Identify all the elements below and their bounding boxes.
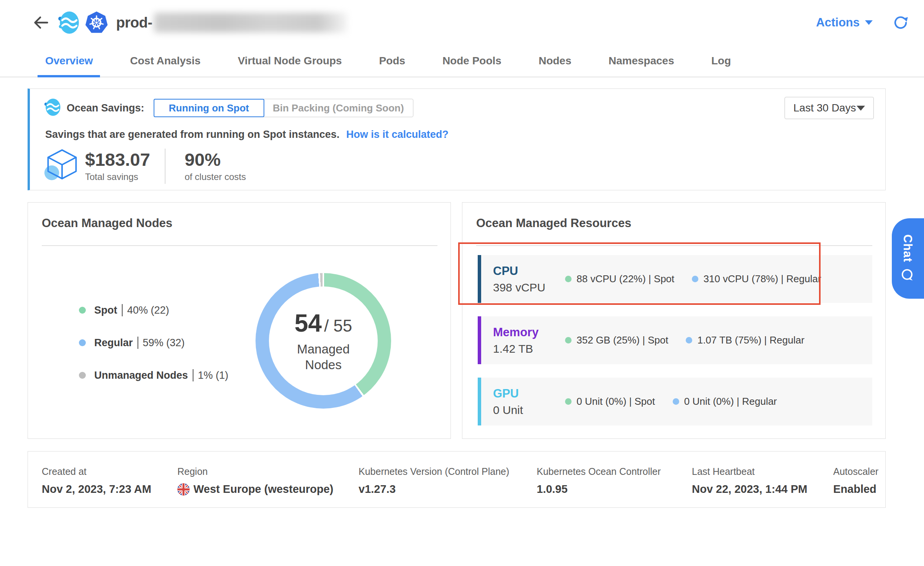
- tab-virtual-node-groups[interactable]: Virtual Node Groups: [238, 45, 342, 77]
- ocean-savings-icon: [43, 98, 61, 118]
- resource-row-gpu: GPU 0 Unit 0 Unit (0%) | Spot 0 Unit (0%…: [478, 378, 872, 425]
- last-heartbeat-column: Last Heartbeat Nov 22, 2023, 1:44 PM: [692, 466, 807, 496]
- memory-spot-stat: 352 GB (25%) | Spot: [565, 334, 668, 346]
- chat-bubble-icon: [900, 268, 915, 283]
- donut-center: 54 / 55 Managed Nodes: [269, 286, 378, 395]
- percent-of-costs-value: 90%: [185, 150, 246, 168]
- spot-dot-icon: [565, 276, 572, 282]
- managed-count: 54: [295, 309, 322, 337]
- regular-dot-icon: [686, 337, 692, 344]
- legend-item-spot: Spot 40% (22): [79, 303, 228, 317]
- total-savings-caption: Total savings: [85, 172, 150, 182]
- donut-caption: Managed Nodes: [287, 341, 360, 373]
- ocean-savings-label: Ocean Savings:: [67, 102, 144, 114]
- total-savings-metric: $183.07 Total savings: [85, 150, 150, 182]
- cpu-accent-bar: [478, 255, 481, 303]
- cpu-regular-stat: 310 vCPU (78%) | Regular: [692, 273, 821, 285]
- created-at-column: Created at Nov 2, 2023, 7:23 AM: [42, 466, 151, 496]
- tab-cost-analysis[interactable]: Cost Analysis: [130, 45, 201, 77]
- regular-dot-icon: [692, 276, 698, 282]
- tab-log[interactable]: Log: [711, 45, 731, 77]
- region-column: Region West Europe (westeurope): [177, 466, 333, 496]
- memory-regular-stat: 1.07 TB (75%) | Regular: [686, 334, 804, 346]
- refresh-button[interactable]: [893, 15, 909, 31]
- legend-separator: [193, 369, 193, 381]
- regular-dot-icon: [79, 339, 86, 346]
- chevron-down-icon: [857, 106, 865, 111]
- total-savings-value: $183.07: [85, 150, 150, 168]
- managed-nodes-donut-chart: 54 / 55 Managed Nodes: [256, 273, 391, 409]
- gpu-total: 0 Unit: [493, 404, 565, 417]
- ocean-managed-nodes-panel: Ocean Managed Nodes Spot 40% (22) Regula…: [28, 202, 451, 439]
- total-count: / 55: [324, 316, 352, 335]
- spot-dot-icon: [565, 398, 572, 405]
- chat-button[interactable]: Chat: [892, 218, 924, 299]
- chevron-down-icon: [865, 20, 873, 25]
- autoscaler-column: Autoscaler Enabled: [833, 466, 878, 496]
- actions-button-label: Actions: [816, 16, 860, 29]
- legend-name: Regular: [94, 337, 133, 349]
- cluster-title: prod-: [116, 15, 152, 31]
- kubernetes-icon: [85, 11, 108, 34]
- metric-divider: [165, 149, 165, 184]
- period-dropdown-value: Last 30 Days: [793, 102, 856, 114]
- cpu-spot-stat: 88 vCPU (22%) | Spot: [565, 273, 674, 285]
- managed-nodes-title: Ocean Managed Nodes: [42, 216, 172, 230]
- bin-packing-toggle[interactable]: Bin Packing (Coming Soon): [263, 99, 413, 117]
- gpu-label: GPU: [493, 387, 565, 401]
- ocean-managed-resources-panel: Ocean Managed Resources CPU 398 vCPU 88 …: [462, 202, 886, 439]
- spot-dot-icon: [79, 307, 86, 314]
- running-on-spot-toggle[interactable]: Running on Spot: [154, 99, 264, 117]
- cluster-info-bar: Created at Nov 2, 2023, 7:23 AM Region W…: [28, 451, 886, 508]
- gpu-spot-stat: 0 Unit (0%) | Spot: [565, 396, 655, 407]
- page: prod- Actions Overview Cost Analysis Vir…: [0, 0, 924, 566]
- k8s-version-column: Kubernetes Version (Control Plane) v1.27…: [359, 466, 509, 496]
- memory-total: 1.42 TB: [493, 342, 565, 355]
- tab-bar: Overview Cost Analysis Virtual Node Grou…: [0, 45, 924, 77]
- legend-separator: [122, 304, 123, 316]
- tab-namespaces[interactable]: Namespaces: [608, 45, 674, 77]
- period-dropdown[interactable]: Last 30 Days: [785, 97, 874, 119]
- actions-button[interactable]: Actions: [816, 16, 873, 29]
- resource-row-memory: Memory 1.42 TB 352 GB (25%) | Spot 1.07 …: [478, 316, 872, 364]
- percent-of-costs-metric: 90% of cluster costs: [185, 150, 246, 182]
- divider: [476, 245, 872, 246]
- gpu-regular-stat: 0 Unit (0%) | Regular: [673, 396, 777, 407]
- tab-node-pools[interactable]: Node Pools: [442, 45, 501, 77]
- redacted-cluster-name: [154, 13, 347, 33]
- legend-separator: [138, 337, 138, 349]
- back-button[interactable]: [33, 13, 51, 32]
- ocean-product-icon: [56, 11, 80, 34]
- legend-value: 59% (32): [143, 337, 185, 349]
- ocean-savings-panel: Ocean Savings: Running on Spot Bin Packi…: [28, 88, 886, 190]
- back-arrow-icon: [33, 14, 49, 31]
- divider: [42, 245, 437, 246]
- spot-dot-icon: [565, 337, 572, 344]
- uk-flag-icon: [177, 483, 190, 496]
- memory-label: Memory: [493, 326, 565, 339]
- legend-value: 40% (22): [127, 304, 169, 316]
- cpu-total: 398 vCPU: [493, 281, 565, 294]
- tab-overview[interactable]: Overview: [45, 45, 93, 77]
- legend-item-unmanaged: Unmanaged Nodes 1% (1): [79, 368, 228, 383]
- managed-resources-title: Ocean Managed Resources: [476, 216, 631, 230]
- savings-description-row: Savings that are generated from running …: [45, 129, 449, 141]
- legend-name: Unmanaged Nodes: [94, 370, 188, 381]
- resource-row-cpu: CPU 398 vCPU 88 vCPU (22%) | Spot 310 vC…: [478, 255, 872, 303]
- how-calculated-link[interactable]: How is it calculated?: [346, 129, 449, 140]
- memory-accent-bar: [478, 316, 481, 364]
- percent-of-costs-caption: of cluster costs: [185, 172, 246, 182]
- regular-dot-icon: [673, 398, 679, 405]
- savings-metrics-row: $183.07 Total savings 90% of cluster cos…: [44, 147, 246, 185]
- savings-description: Savings that are generated from running …: [45, 129, 339, 140]
- tab-pods[interactable]: Pods: [379, 45, 405, 77]
- savings-header-row: Ocean Savings: Running on Spot Bin Packi…: [43, 96, 874, 120]
- refresh-icon: [893, 15, 909, 31]
- cpu-label: CPU: [493, 264, 565, 278]
- legend-value: 1% (1): [198, 370, 229, 381]
- tab-nodes[interactable]: Nodes: [539, 45, 572, 77]
- top-bar-actions: Actions: [816, 15, 909, 31]
- top-bar: prod- Actions: [0, 0, 924, 45]
- resource-rows: CPU 398 vCPU 88 vCPU (22%) | Spot 310 vC…: [478, 255, 872, 439]
- unmanaged-dot-icon: [79, 372, 86, 379]
